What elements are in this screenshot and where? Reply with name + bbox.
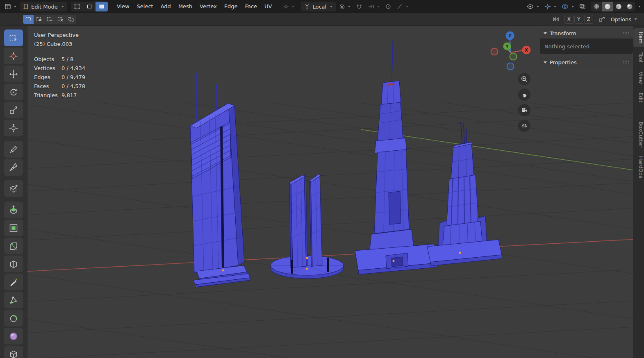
tower-3[interactable] — [355, 38, 437, 274]
tool-smooth[interactable] — [4, 328, 23, 344]
tool-transform[interactable] — [4, 120, 23, 136]
editor-type-icon — [5, 3, 11, 10]
axis-toggle-z[interactable]: Z — [584, 15, 593, 24]
select-mode-group — [71, 2, 108, 11]
menu-vertex[interactable]: Vertex — [196, 2, 221, 11]
tower-1[interactable] — [190, 73, 250, 287]
tab-view[interactable]: View — [633, 68, 644, 88]
selected-vertex — [306, 268, 308, 270]
tool-bevel[interactable] — [4, 238, 23, 254]
tab-edit[interactable]: Edit — [633, 89, 644, 106]
proportional-editing-toggle[interactable] — [383, 2, 394, 11]
properties-panel-header[interactable]: Properties — [540, 57, 633, 68]
tool-box-select[interactable] — [4, 29, 23, 46]
shading-options-dropdown[interactable] — [636, 2, 642, 11]
tower-4[interactable] — [427, 122, 502, 266]
select-set-button[interactable] — [23, 15, 34, 24]
panel-grip-icon[interactable] — [623, 61, 629, 64]
menu-mesh[interactable]: Mesh — [175, 2, 196, 11]
gizmo-x-negative[interactable] — [491, 48, 498, 55]
select-extend-button[interactable] — [34, 15, 44, 24]
chevron-down-icon — [61, 6, 64, 7]
camera-view-button[interactable] — [518, 104, 530, 116]
tool-move[interactable] — [4, 66, 23, 82]
menu-select[interactable]: Select — [133, 2, 157, 11]
editor-type-button[interactable] — [2, 2, 18, 11]
show-overlays-dropdown[interactable] — [560, 2, 576, 11]
stat-value: 0 / 4,578 — [61, 82, 85, 91]
axis-toggle-y[interactable]: Y — [574, 15, 583, 24]
face-select-button[interactable] — [96, 2, 108, 11]
transform-panel: Transform Nothing selected — [540, 28, 633, 54]
view-object-types-dropdown[interactable] — [525, 2, 541, 11]
mirror-icon[interactable] — [551, 14, 561, 24]
tool-extrude-region[interactable] — [4, 202, 23, 218]
select-subtract-button[interactable] — [44, 15, 55, 24]
tool-spin[interactable] — [4, 310, 23, 326]
snap-toggle-button[interactable] — [354, 2, 364, 11]
shading-wireframe-button[interactable] — [591, 2, 602, 11]
shading-mode-group — [591, 2, 635, 11]
transform-panel-title: Transform — [550, 30, 576, 36]
pan-button[interactable] — [518, 88, 530, 101]
tab-item[interactable]: Item — [633, 28, 644, 47]
tower-2[interactable] — [271, 174, 344, 279]
tool-knife[interactable] — [4, 274, 23, 290]
select-invert-button[interactable] — [55, 15, 66, 24]
transform-snap-icon[interactable] — [596, 14, 607, 24]
tool-measure[interactable] — [4, 159, 23, 176]
mode-dropdown[interactable]: Edit Mode — [20, 2, 67, 11]
transform-panel-body: Nothing selected — [540, 39, 633, 54]
sidebar-panel: Transform Nothing selected Properties — [540, 28, 633, 68]
tool-inset-faces[interactable] — [4, 220, 23, 236]
tool-loop-cut[interactable] — [4, 256, 23, 272]
gizmo-icon — [544, 3, 551, 10]
gizmo-z-negative[interactable] — [507, 63, 514, 70]
menu-edge[interactable]: Edge — [221, 2, 241, 11]
gizmo-y-negative[interactable] — [510, 53, 517, 60]
axis-toggle-x[interactable]: X — [564, 15, 573, 24]
viewport-info-overlay: User Perspective (25) Cube.003 Objects5 … — [34, 31, 85, 100]
menu-uv[interactable]: UV — [261, 2, 275, 11]
shading-rendered-button[interactable] — [624, 2, 635, 11]
tab-boxcutter[interactable]: BoxCutter — [633, 118, 644, 151]
select-intersect-button[interactable] — [66, 15, 76, 24]
tool-rip-region[interactable] — [4, 346, 23, 358]
options-label: Options — [611, 16, 631, 23]
menu-add[interactable]: Add — [157, 2, 175, 11]
shading-material-button[interactable] — [613, 2, 624, 11]
pivot-point-dropdown[interactable] — [337, 2, 353, 11]
panel-grip-icon[interactable] — [623, 32, 629, 35]
tool-annotate[interactable] — [4, 141, 23, 158]
stat-value: 0 / 4,934 — [61, 64, 85, 73]
tab-tool[interactable]: Tool — [633, 49, 644, 66]
orientation-dropdown[interactable]: Local — [301, 2, 336, 11]
stat-faces: Faces0 / 4,578 — [34, 82, 85, 91]
transform-panel-header[interactable]: Transform — [540, 28, 633, 39]
stat-triangles: Triangles9,817 — [34, 91, 85, 100]
viewport-nav-buttons — [518, 73, 530, 132]
tool-add-cube[interactable] — [4, 180, 23, 197]
show-gizmo-dropdown[interactable] — [542, 2, 558, 11]
options-dropdown[interactable]: Options — [607, 15, 641, 24]
selected-vertex — [393, 260, 395, 262]
snap-settings-dropdown[interactable] — [366, 2, 382, 11]
tool-cursor[interactable] — [4, 48, 23, 64]
xray-toggle-button[interactable] — [577, 2, 588, 11]
chevron-down-icon — [330, 6, 332, 7]
perspective-toggle-button[interactable] — [518, 120, 530, 132]
tool-scale[interactable] — [4, 102, 23, 118]
edge-select-button[interactable] — [83, 2, 96, 11]
zoom-button[interactable] — [518, 73, 530, 85]
navigation-gizmo[interactable]: Z Y X — [488, 29, 533, 75]
menu-view[interactable]: View — [113, 2, 133, 11]
shading-solid-button[interactable] — [602, 2, 613, 11]
chevron-down-icon — [377, 6, 380, 7]
tool-poly-build[interactable] — [4, 292, 23, 308]
tool-rotate[interactable] — [4, 84, 23, 100]
tab-hardops[interactable]: HardOps — [633, 152, 644, 182]
vertex-select-button[interactable] — [71, 2, 83, 11]
proportional-falloff-dropdown[interactable] — [395, 2, 410, 11]
menu-face[interactable]: Face — [241, 2, 261, 11]
transform-pivot-dropdown[interactable] — [281, 2, 296, 11]
